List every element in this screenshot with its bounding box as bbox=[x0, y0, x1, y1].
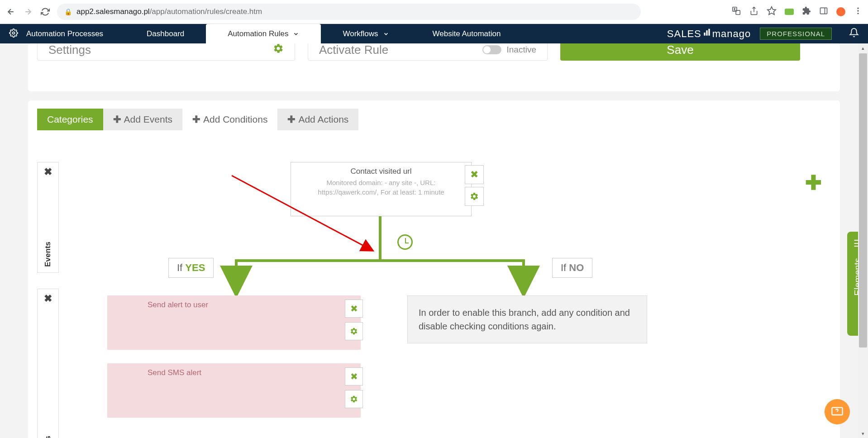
inactive-label: Inactive bbox=[507, 45, 536, 55]
forward-button[interactable] bbox=[23, 6, 33, 17]
if-yes-label: If YES bbox=[168, 258, 214, 278]
configure-action-button[interactable] bbox=[345, 390, 363, 408]
help-button[interactable] bbox=[825, 399, 850, 424]
nav-automation-rules[interactable]: Automation Rules bbox=[206, 24, 321, 43]
cog-icon[interactable] bbox=[273, 43, 284, 57]
rule-header-card: Settings Activate Rule Inactive Save bbox=[28, 43, 840, 91]
tab-add-conditions[interactable]: ✚Add Conditions bbox=[182, 109, 277, 130]
events-rail: ✖ Events bbox=[37, 162, 59, 273]
event-node[interactable]: Contact visited url Monitored domain: - … bbox=[291, 162, 472, 216]
vertical-scrollbar[interactable]: ▴ ▾ bbox=[858, 43, 868, 438]
plus-icon: ✚ bbox=[287, 114, 296, 125]
events-rail-label: Events bbox=[43, 242, 52, 267]
scroll-up-arrow[interactable]: ▴ bbox=[858, 43, 868, 52]
address-bar[interactable]: 🔒 app2.salesmanago.pl/app/automation/rul… bbox=[57, 4, 641, 20]
reload-button[interactable] bbox=[40, 6, 51, 17]
svg-point-7 bbox=[857, 13, 858, 14]
plus-icon: ✚ bbox=[113, 114, 121, 125]
save-button[interactable]: Save bbox=[560, 43, 800, 61]
back-button[interactable] bbox=[5, 6, 16, 17]
extension-orange-icon[interactable] bbox=[836, 7, 845, 16]
nav-automation-processes[interactable]: Automation Processes bbox=[26, 24, 125, 43]
svg-rect-11 bbox=[708, 29, 710, 35]
nav-dashboard[interactable]: Dashboard bbox=[125, 24, 206, 43]
action-node-alert[interactable]: Send alert to user ✖ bbox=[107, 295, 361, 350]
activate-box: Activate Rule Inactive bbox=[308, 43, 548, 61]
app-navbar: Automation Processes Dashboard Automatio… bbox=[0, 24, 868, 43]
activate-label: Activate Rule bbox=[319, 43, 388, 57]
brand-logo: SALESmanago bbox=[667, 28, 751, 40]
delete-action-button[interactable]: ✖ bbox=[345, 300, 363, 318]
plan-badge: PROFESSIONAL bbox=[760, 28, 832, 40]
svg-point-8 bbox=[13, 32, 15, 34]
nav-website-automation[interactable]: Website Automation bbox=[411, 24, 523, 43]
translate-icon[interactable] bbox=[731, 6, 741, 18]
svg-rect-10 bbox=[706, 30, 707, 36]
settings-label: Settings bbox=[48, 43, 91, 57]
extensions-icon[interactable] bbox=[802, 6, 811, 17]
if-no-label: If NO bbox=[552, 258, 592, 278]
clock-icon[interactable] bbox=[397, 234, 413, 250]
configure-action-button[interactable] bbox=[345, 322, 363, 340]
svg-rect-9 bbox=[704, 33, 705, 36]
configure-node-button[interactable] bbox=[465, 187, 484, 206]
url-text: app2.salesmanago.pl/app/automation/rules… bbox=[76, 7, 262, 16]
settings-box[interactable]: Settings bbox=[37, 43, 295, 61]
bell-icon[interactable] bbox=[849, 28, 859, 40]
plus-icon: ✚ bbox=[192, 114, 200, 125]
no-branch-message: In order to enable this branch, add any … bbox=[407, 295, 647, 343]
action-title: Send alert to user bbox=[108, 296, 360, 309]
browser-toolbar: 🔒 app2.salesmanago.pl/app/automation/rul… bbox=[0, 0, 868, 24]
builder-tabs: Categories ✚Add Events ✚Add Conditions ✚… bbox=[28, 100, 840, 130]
flow-canvas: ✖ Events ✖ Actions ✚ Contact visited url… bbox=[28, 130, 840, 438]
share-icon[interactable] bbox=[749, 6, 758, 17]
browser-actions bbox=[731, 6, 863, 18]
event-subtitle: Monitored domain: - any site -, URL: htt… bbox=[299, 178, 463, 197]
event-title: Contact visited url bbox=[299, 167, 463, 176]
close-icon[interactable]: ✖ bbox=[40, 162, 56, 181]
panel-icon[interactable] bbox=[819, 6, 828, 17]
delete-action-button[interactable]: ✖ bbox=[345, 367, 363, 386]
rule-builder-card: Categories ✚Add Events ✚Add Conditions ✚… bbox=[28, 100, 840, 438]
svg-rect-3 bbox=[820, 8, 827, 14]
settings-gear-icon[interactable] bbox=[9, 29, 18, 39]
extension-green-icon[interactable] bbox=[785, 9, 794, 15]
actions-rail-label: Actions bbox=[43, 436, 52, 438]
add-node-button[interactable]: ✚ bbox=[805, 171, 822, 194]
delete-node-button[interactable]: ✖ bbox=[465, 165, 484, 184]
scrollbar-thumb[interactable] bbox=[859, 53, 867, 348]
tab-categories[interactable]: Categories bbox=[37, 109, 103, 130]
menu-icon[interactable] bbox=[854, 6, 863, 17]
active-toggle[interactable] bbox=[482, 45, 501, 54]
scroll-down-arrow[interactable]: ▾ bbox=[858, 429, 868, 438]
star-icon[interactable] bbox=[767, 6, 777, 18]
page-content: Settings Activate Rule Inactive Save Cat… bbox=[0, 43, 868, 438]
brand: SALESmanago PROFESSIONAL bbox=[667, 28, 859, 40]
nav-workflows[interactable]: Workflows bbox=[321, 24, 410, 43]
tab-add-actions[interactable]: ✚Add Actions bbox=[277, 109, 358, 130]
action-node-sms[interactable]: Send SMS alert ✖ bbox=[107, 363, 361, 418]
actions-rail: ✖ Actions bbox=[37, 289, 59, 438]
svg-point-5 bbox=[857, 8, 858, 9]
close-icon[interactable]: ✖ bbox=[40, 289, 56, 308]
svg-marker-2 bbox=[768, 7, 776, 14]
lock-icon: 🔒 bbox=[64, 8, 72, 15]
action-title: Send SMS alert bbox=[108, 364, 360, 377]
tab-add-events[interactable]: ✚Add Events bbox=[103, 109, 182, 130]
svg-point-6 bbox=[857, 10, 858, 11]
